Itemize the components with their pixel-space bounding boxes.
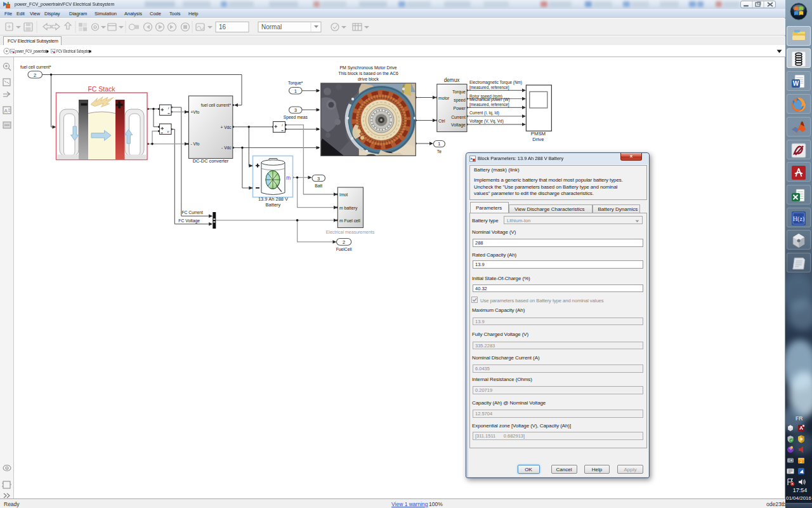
svg-text:Torque: Torque xyxy=(452,90,466,95)
svg-text:Normal: Normal xyxy=(261,23,282,30)
svg-text:1: 1 xyxy=(438,141,440,147)
svg-text:PM Synchronous Motor Drive: PM Synchronous Motor Drive xyxy=(340,65,397,70)
svg-text:Drive: Drive xyxy=(532,137,544,142)
svg-text:speed: speed xyxy=(454,98,466,103)
svg-text:+ Vdc: + Vdc xyxy=(220,125,232,130)
svg-text:2: 2 xyxy=(34,72,36,78)
svg-text:- Vfo: - Vfo xyxy=(191,142,200,146)
svg-text:Batt: Batt xyxy=(315,184,322,188)
svg-text:FC Stack: FC Stack xyxy=(88,85,115,93)
svg-text:Current: Current xyxy=(451,115,466,119)
svg-text:Electrical measurements: Electrical measurements xyxy=(326,230,375,234)
svg-text:demux: demux xyxy=(444,77,460,83)
svg-text:3: 3 xyxy=(317,176,320,182)
svg-text:13.9 Ah 288 V: 13.9 Ah 288 V xyxy=(258,196,288,202)
svg-text:Battery: Battery xyxy=(266,202,281,208)
svg-text:- Vdc: - Vdc xyxy=(221,145,232,150)
svg-text:1: 1 xyxy=(294,88,297,94)
svg-text:+Vfo: +Vfo xyxy=(191,110,200,114)
svg-text:FuelCell: FuelCell xyxy=(336,247,352,251)
svg-text:fuel cell current*: fuel cell current* xyxy=(20,65,51,69)
svg-text:H(z): H(z) xyxy=(793,215,804,223)
svg-text:This block is based on the: This block is based on the AC6 xyxy=(338,71,398,76)
svg-text:DC-DC converter: DC-DC converter xyxy=(193,158,229,164)
svg-text:Voltage: Voltage xyxy=(451,123,466,128)
svg-text:A: A xyxy=(4,108,8,114)
svg-text:m: m xyxy=(286,175,291,181)
svg-text:motor: motor xyxy=(438,96,450,100)
svg-text:3: 3 xyxy=(294,107,297,113)
svg-text:Voltage (V, Vq, Vd): Voltage (V, Vq, Vd) xyxy=(469,119,504,124)
svg-text:PMSM: PMSM xyxy=(531,131,546,137)
svg-text:Torque*: Torque* xyxy=(288,81,303,86)
svg-text:Current (I, Iq, Id): Current (I, Iq, Id) xyxy=(469,110,499,116)
svg-text:m Fuel cell: m Fuel cell xyxy=(339,218,360,223)
svg-text:Speed meas: Speed meas xyxy=(284,115,308,120)
svg-text:[measured, reference]: [measured, reference] xyxy=(469,85,509,90)
svg-text:FC Voltage: FC Voltage xyxy=(178,218,200,224)
svg-text:Mechanical power (W): Mechanical power (W) xyxy=(469,97,510,102)
svg-text:drive block: drive block xyxy=(358,77,379,81)
svg-text:Electromagnetic Torque (Nm): Electromagnetic Torque (Nm) xyxy=(469,80,522,85)
svg-text:fuel cell current*: fuel cell current* xyxy=(201,103,232,107)
svg-text:FC Current: FC Current xyxy=(181,210,203,215)
svg-text:16: 16 xyxy=(219,23,226,30)
svg-text:Imot: Imot xyxy=(339,192,348,197)
svg-text:Ctrl: Ctrl xyxy=(438,119,445,123)
svg-text:[measured, reference]: [measured, reference] xyxy=(469,102,509,107)
svg-text:Power: Power xyxy=(454,106,466,110)
svg-text:2: 2 xyxy=(343,239,345,245)
svg-text:m battery: m battery xyxy=(339,206,358,211)
svg-text:W: W xyxy=(793,80,799,87)
svg-text:Te: Te xyxy=(437,149,442,154)
